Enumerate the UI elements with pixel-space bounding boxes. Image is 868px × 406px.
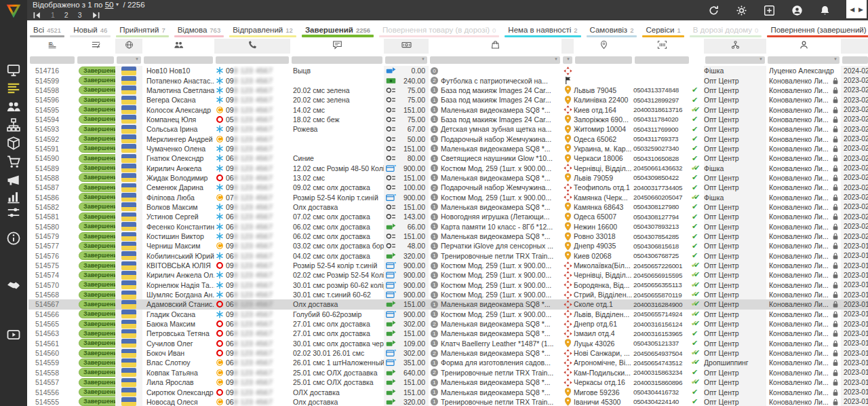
status-badge[interactable]: Завершений xyxy=(79,232,115,241)
table-row[interactable]: 514599ЗавершенийПотапенко Анастас...098 … xyxy=(28,75,868,85)
page-size-select[interactable]: 50 xyxy=(105,1,114,9)
tab-Відправлений[interactable]: Відправлений12 xyxy=(226,20,299,39)
table-row[interactable]: 514555ЗавершенийНовосад Олеся068 123 456… xyxy=(28,397,868,406)
sidebar-item-cart-icon[interactable] xyxy=(6,154,21,169)
tab-В дорозі додому[interactable]: В дорозі додому0 xyxy=(687,20,765,39)
filter-input-address[interactable] xyxy=(575,56,632,64)
sidebar-item-stats-icon[interactable] xyxy=(6,189,21,204)
status-badge[interactable]: Завершений xyxy=(79,134,115,143)
filter-input-tracking[interactable] xyxy=(635,56,689,64)
table-row[interactable]: 514567ЗавершенийАдамовский Станис...068 … xyxy=(28,299,868,309)
tab-Повернення товару (в дорозі)[interactable]: Повернення товару (в дорозі)0 xyxy=(376,20,502,39)
status-badge[interactable]: Завершений xyxy=(79,291,115,299)
tab-Сервіси[interactable]: Сервіси1 xyxy=(639,20,686,39)
status-badge[interactable]: Завершений xyxy=(79,164,115,172)
tab-Відмова[interactable]: Відмова763 xyxy=(172,20,226,39)
filter-input-date[interactable] xyxy=(842,56,868,64)
tab-Прийнятий[interactable]: Прийнятий7 xyxy=(113,20,172,39)
status-badge[interactable]: Завершений xyxy=(79,368,115,377)
table-row[interactable]: 514581ЗавершенийУстинов Сергей068 123 45… xyxy=(28,212,868,221)
status-badge[interactable]: Завершений xyxy=(79,202,115,211)
table-row[interactable]: 514556ЗавершенийСиротюк Олександр098 123… xyxy=(28,387,868,396)
status-badge[interactable]: Завершений xyxy=(79,105,115,114)
sidebar-item-megaphone-icon[interactable] xyxy=(6,172,21,187)
status-badge[interactable]: Завершений xyxy=(79,349,115,358)
sidebar-item-company-icon[interactable] xyxy=(6,117,21,132)
filter-input-id[interactable] xyxy=(30,56,75,64)
tab-Завершений[interactable]: Завершений2256 xyxy=(299,20,376,39)
filter-input-marker[interactable] xyxy=(563,56,572,64)
status-badge[interactable]: Завершений xyxy=(79,125,115,134)
status-badge[interactable]: Завершений xyxy=(79,173,115,182)
tab-scroll-left-icon[interactable]: ◀ xyxy=(848,5,856,14)
table-row[interactable]: 514559ЗавершенийВлас Слотюу068 123 45672… xyxy=(28,358,868,367)
column-header-status[interactable] xyxy=(76,39,115,54)
status-badge[interactable]: Завершений xyxy=(79,86,115,94)
table-row[interactable]: 514568ЗавершенийШумляс Богдана Ан...068 … xyxy=(28,290,868,299)
table-row[interactable]: 514716ЗавершенийНов10 Нов10098 123 4567В… xyxy=(28,66,868,75)
table-row[interactable]: 514594ЗавершенийКомпанец Юля058 123 4567… xyxy=(28,115,868,124)
add-window-icon[interactable] xyxy=(764,5,775,16)
table-row[interactable]: 514598ЗавершенийМалютина Светлана098 123… xyxy=(28,86,868,95)
sidebar-item-clients-icon[interactable] xyxy=(6,99,21,114)
status-badge[interactable]: Завершений xyxy=(79,320,115,329)
sidebar-item-video-icon[interactable] xyxy=(6,327,21,342)
table-row[interactable]: 514563ЗавершенийПетровська Тетяна068 123… xyxy=(28,329,868,338)
table-row[interactable]: 514565ЗавершенийБаюка Максим068 123 4567… xyxy=(28,319,868,329)
column-header-manager[interactable] xyxy=(766,39,841,54)
table-row[interactable]: 514592ЗавершенийМерклингер Андрей098 123… xyxy=(28,134,868,143)
status-badge[interactable]: Завершений xyxy=(79,193,115,202)
sidebar-item-sliders-icon[interactable] xyxy=(6,205,21,220)
tab-Новый[interactable]: Новый46 xyxy=(67,20,113,39)
filter-input-payment[interactable] xyxy=(385,56,427,64)
status-badge[interactable]: Завершений xyxy=(79,300,115,309)
table-row[interactable]: 514576ЗавершенийКобилинський Юрий068 123… xyxy=(28,251,868,261)
status-badge[interactable]: Завершений xyxy=(79,183,115,192)
app-logo-icon[interactable] xyxy=(5,2,22,20)
table-row[interactable]: 514558ЗавершенийКовпак Татьяна098 123 45… xyxy=(28,368,868,377)
filter-input-manager[interactable] xyxy=(768,56,840,64)
column-header-client[interactable] xyxy=(142,39,214,54)
refresh-icon[interactable] xyxy=(708,5,719,16)
filter-input-client[interactable] xyxy=(144,56,213,64)
sidebar-item-monitor-icon[interactable] xyxy=(6,62,21,77)
table-row[interactable]: 514579ЗавершенийКостишин Виктор098 123 4… xyxy=(28,232,868,241)
sidebar-item-handshake-icon[interactable] xyxy=(6,277,21,292)
table-row[interactable]: 514596ЗавершенийВегера Оксана098 123 456… xyxy=(28,95,868,105)
table-row[interactable]: 514570ЗавершенийКорнелюк Надія Та...098 … xyxy=(28,280,868,290)
status-badge[interactable]: Завершений xyxy=(79,251,115,260)
status-badge[interactable]: Завершений xyxy=(79,115,115,124)
status-badge[interactable]: Завершений xyxy=(79,144,115,153)
gear-icon[interactable] xyxy=(736,5,747,16)
status-badge[interactable]: Завершений xyxy=(79,358,115,367)
status-badge[interactable]: Завершений xyxy=(79,329,115,338)
status-badge[interactable]: Завершений xyxy=(79,310,115,318)
filter-input-country[interactable] xyxy=(117,56,141,64)
column-header-products[interactable] xyxy=(429,39,561,54)
table-row[interactable]: 514574ЗавершенийКирилич Анжела Ол...098 … xyxy=(28,270,868,280)
status-badge[interactable]: Завершений xyxy=(79,96,115,105)
status-badge[interactable]: Завершений xyxy=(79,261,115,270)
column-header-tracking[interactable] xyxy=(633,39,690,54)
tab-Всі[interactable]: Всі4521 xyxy=(27,20,67,39)
filter-input-comment[interactable] xyxy=(292,56,382,64)
table-row[interactable]: 514593ЗавершенийСольська Ірина098 123 45… xyxy=(28,124,868,134)
sidebar-item-info-icon[interactable] xyxy=(6,231,21,246)
filter-input-phone[interactable] xyxy=(216,56,289,64)
sidebar-item-products-icon[interactable] xyxy=(6,136,21,151)
table-row[interactable]: 514587ЗавершенийСеменюк Дарина098 123 45… xyxy=(28,183,868,192)
status-badge[interactable]: Завершений xyxy=(79,213,115,221)
status-badge[interactable]: Завершений xyxy=(79,222,115,231)
table-row[interactable]: 514580ЗавершенийФесенко Константин068 12… xyxy=(28,222,868,232)
first-page-icon[interactable] xyxy=(33,12,41,19)
last-page-icon[interactable] xyxy=(92,12,100,19)
status-badge[interactable]: Завершений xyxy=(79,154,115,163)
column-header-address[interactable] xyxy=(574,39,633,54)
column-header-comment[interactable] xyxy=(290,39,384,54)
table-row[interactable]: 514591ЗавершенийЧумаченко Олена098 123 4… xyxy=(28,144,868,153)
column-header-payment[interactable] xyxy=(384,39,429,54)
table-row[interactable]: 514560ЗавершенийБокоч Иван098 123 456702… xyxy=(28,348,868,358)
column-header-delivered[interactable] xyxy=(690,39,704,54)
tab-Повернення (завершений)[interactable]: Повернення (завершений)125 xyxy=(764,20,868,39)
column-header-phone[interactable] xyxy=(214,39,290,54)
